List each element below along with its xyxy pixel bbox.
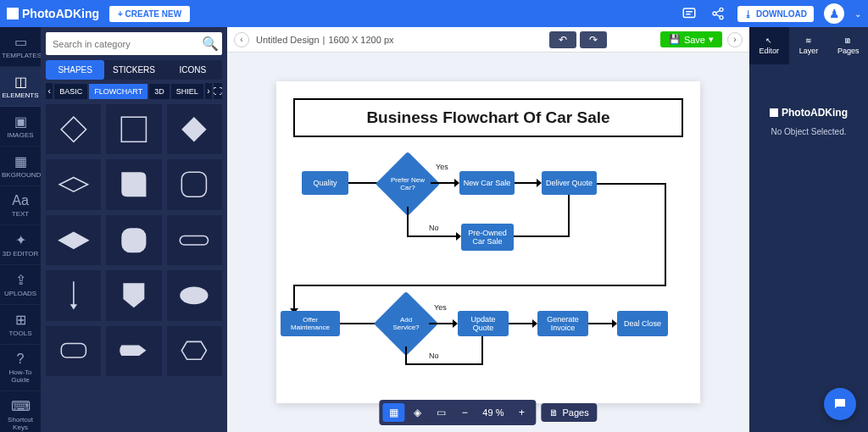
rp-tab-pages[interactable]: 🗎Pages [828,27,868,64]
node-addsvc[interactable]: Add Service? [383,301,429,346]
rp-tab-editor[interactable]: ↖Editor [749,27,789,64]
label-no-1: No [429,224,439,232]
download-icon: ⭳ [744,9,753,19]
zoom-in-button[interactable]: + [510,403,532,422]
tools-icon: ⊞ [2,312,39,328]
node-newcar[interactable]: New Car Sale [459,171,515,195]
shape-rounded-outline[interactable] [46,326,101,376]
logo-text: PhotoADKing [22,7,99,20]
shape-tag[interactable] [106,326,161,376]
zoom-out-button[interactable]: − [453,403,476,422]
shape-ellipse[interactable] [167,270,222,320]
shape-rhombus-filled[interactable] [46,215,101,265]
rail-shortcuts[interactable]: ⌨Shortcut Keys [0,391,41,432]
search-icon[interactable]: 🔍 [202,36,219,52]
feedback-icon[interactable] [680,4,698,23]
rail-howto[interactable]: ?How-To Guide [0,345,41,391]
uploads-icon: ⇪ [2,272,39,288]
rail-background[interactable]: ▦BKGROUND [0,147,41,186]
rail-elements[interactable]: ◫ELEMENTS [0,67,41,107]
document-title[interactable]: Untitled Design [256,35,320,45]
shape-arrow-down[interactable] [46,270,101,320]
keyboard-icon: ⌨ [2,398,39,414]
svg-point-18 [181,286,209,304]
present-button[interactable]: ▭ [430,403,452,422]
panel-expand-button[interactable]: › [727,32,743,47]
node-invoice[interactable]: Generate Invoice [537,311,588,336]
shape-rounded-square[interactable] [106,215,161,265]
node-deliver[interactable]: Deliver Quote [542,171,597,195]
rp-logo-icon [770,108,778,117]
user-avatar[interactable]: ♟ [824,3,844,24]
chat-button[interactable] [824,388,856,420]
subtab-flowchart[interactable]: FLOWCHART [89,84,147,99]
rp-logo: PhotoADKing [770,107,848,119]
tab-icons[interactable]: ICONS [164,60,222,80]
undo-button[interactable]: ↶ [549,31,576,48]
node-prefer[interactable]: Prefer New Car? [385,161,431,207]
shape-rounded-rect-outline[interactable] [167,159,222,209]
text-icon: Aa [2,193,39,208]
rail-tools[interactable]: ⊞TOOLS [0,305,41,345]
subtab-prev[interactable]: ‹ [46,83,53,99]
rail-3d-editor[interactable]: ✦3D EDITOR [0,225,41,265]
shape-square-outline[interactable] [106,104,161,154]
3d-icon: ✦ [2,232,39,248]
tab-shapes[interactable]: SHAPES [46,60,104,80]
save-icon: 💾 [669,34,681,45]
rail-images[interactable]: ▣IMAGES [0,107,41,147]
node-offer[interactable]: Offer Maintenance [281,311,340,336]
node-preowned[interactable]: Pre-Owned Car Sale [461,224,514,251]
node-update[interactable]: Update Quote [458,311,509,336]
save-chevron-icon: ▾ [709,34,714,45]
app-logo[interactable]: PhotoADKing [7,7,99,20]
share-icon[interactable] [709,4,727,23]
shape-shield[interactable] [106,270,161,320]
svg-rect-12 [182,173,207,197]
rp-tab-layer[interactable]: ≋Layer [789,27,829,64]
create-new-button[interactable]: + CREATE NEW [109,6,190,22]
svg-rect-15 [181,235,209,244]
panel-collapse-button[interactable]: ‹ [234,32,249,47]
design-canvas[interactable]: Business Flowchart Of Car Sale Quality P… [276,81,700,403]
save-button[interactable]: 💾 Save ▾ [660,31,722,47]
templates-icon: ▭ [2,34,39,50]
images-icon: ▣ [2,114,39,130]
node-quality[interactable]: Quality [302,171,348,195]
elements-icon: ◫ [2,74,39,90]
pages-button[interactable]: 🗎 Pages [541,403,597,422]
tab-stickers[interactable]: STICKERS [104,60,163,80]
grid-view-button[interactable]: ▦ [382,403,404,422]
subtab-next[interactable]: › [205,83,212,99]
shape-pill[interactable] [167,215,222,265]
svg-line-7 [716,14,721,17]
shape-leaf[interactable] [106,159,161,209]
shape-diamond-outline[interactable] [46,104,101,154]
rail-uploads[interactable]: ⇪UPLOADS [0,265,41,305]
layer-icon: ≋ [805,36,812,45]
subtab-3d[interactable]: 3D [149,84,170,99]
svg-marker-20 [182,342,207,360]
svg-rect-0 [683,8,695,18]
save-label: Save [684,35,705,45]
shape-hexagon[interactable] [167,326,222,376]
subtab-expand-icon[interactable]: ⛶ [214,83,222,99]
erase-button[interactable]: ◈ [406,403,428,422]
rail-text[interactable]: AaTEXT [0,186,41,225]
subtab-shield[interactable]: SHIEL [171,84,203,99]
avatar-chevron-icon[interactable]: ⌄ [854,9,861,19]
search-input[interactable] [49,36,202,52]
redo-button[interactable]: ↷ [580,31,607,48]
node-close[interactable]: Deal Close [617,311,668,336]
shape-grid [46,104,222,376]
label-yes-2: Yes [434,303,447,312]
subtab-basic[interactable]: BASIC [54,84,87,99]
document-bar: ‹ Untitled Design | 1600 X 1200 px ↶ ↷ 💾… [227,27,749,53]
background-icon: ▦ [2,153,39,169]
shape-diamond-filled[interactable] [167,104,222,154]
rail-templates[interactable]: ▭TEMPLATES [0,27,41,67]
shape-rhombus-outline[interactable] [46,159,101,209]
download-label: DOWNLOAD [756,9,807,19]
svg-marker-13 [58,231,89,249]
download-button[interactable]: ⭳ DOWNLOAD [737,6,814,22]
